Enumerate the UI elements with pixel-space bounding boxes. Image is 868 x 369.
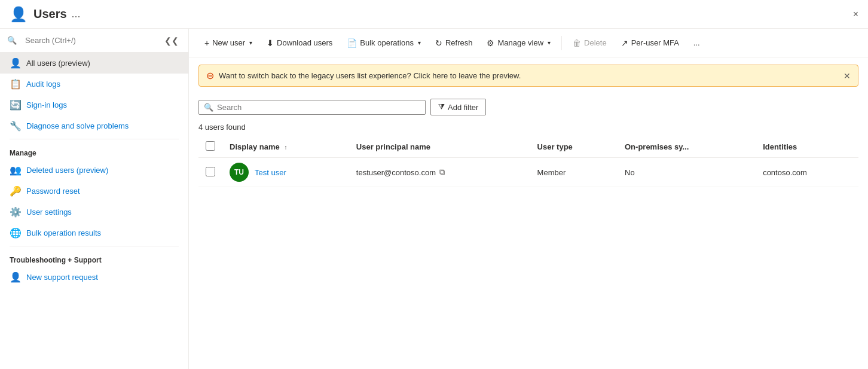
nav-label-user-settings: User settings bbox=[26, 208, 72, 216]
bulk-operations-button[interactable]: 📄 Bulk operations ▾ bbox=[341, 35, 427, 51]
per-user-mfa-button[interactable]: ↗ Per-user MFA bbox=[615, 35, 685, 51]
nav-icon-bulk-results: 🌐 bbox=[10, 227, 20, 239]
sort-icon: ↑ bbox=[284, 144, 287, 151]
search-input[interactable] bbox=[217, 103, 420, 112]
toolbar-separator bbox=[561, 36, 562, 50]
nav-label-new-support: New support request bbox=[26, 273, 98, 282]
th-user-type[interactable]: User type bbox=[530, 136, 618, 158]
row-checkbox-cell bbox=[198, 158, 222, 187]
nav-label-all-users: All users (preview) bbox=[26, 59, 90, 68]
search-icon: 🔍 bbox=[204, 103, 213, 112]
nav-icon-password-reset: 🔑 bbox=[10, 185, 20, 197]
nav-label-deleted-users: Deleted users (preview) bbox=[26, 166, 108, 175]
th-on-premises[interactable]: On-premises sy... bbox=[618, 136, 756, 158]
sidebar-item-audit-logs[interactable]: 📋 Audit logs bbox=[0, 74, 188, 94]
refresh-button[interactable]: ↻ Refresh bbox=[429, 35, 479, 51]
banner-text[interactable]: Want to switch back to the legacy users … bbox=[219, 71, 839, 80]
sidebar-divider-manage bbox=[10, 139, 179, 139]
main-layout: 🔍 ❮❮ 👤 All users (preview)📋 Audit logs🔄 … bbox=[0, 29, 868, 369]
sidebar-item-all-users[interactable]: 👤 All users (preview) bbox=[0, 53, 188, 74]
sidebar-collapse-button[interactable]: ❮❮ bbox=[162, 35, 181, 47]
download-users-button[interactable]: ⬇ Download users bbox=[261, 35, 338, 51]
sidebar-item-sign-in-logs[interactable]: 🔄 Sign-in logs bbox=[0, 94, 188, 115]
sidebar-item-user-settings[interactable]: ⚙️ User settings bbox=[0, 202, 188, 222]
warning-icon: ⊖ bbox=[206, 70, 214, 81]
sidebar-search-area: 🔍 ❮❮ bbox=[0, 29, 188, 53]
sidebar-item-password-reset[interactable]: 🔑 Password reset bbox=[0, 181, 188, 202]
banner-close-button[interactable]: ✕ bbox=[843, 71, 851, 81]
search-area: 🔍 ⧩ Add filter bbox=[189, 94, 868, 120]
external-link-icon: ↗ bbox=[621, 38, 628, 48]
preview-banner: ⊖ Want to switch back to the legacy user… bbox=[198, 65, 858, 87]
delete-button[interactable]: 🗑 Delete bbox=[567, 35, 613, 51]
manage-section-label: Manage bbox=[0, 142, 188, 160]
user-link[interactable]: Test user bbox=[255, 168, 286, 177]
nav-icon-sign-in-logs: 🔄 bbox=[10, 99, 20, 111]
bulk-icon: 📄 bbox=[347, 38, 357, 48]
row-display-name-cell: TU Test user bbox=[222, 158, 349, 187]
nav-label-bulk-results: Bulk operation results bbox=[26, 228, 101, 237]
add-filter-button[interactable]: ⧩ Add filter bbox=[430, 99, 486, 115]
sidebar: 🔍 ❮❮ 👤 All users (preview)📋 Audit logs🔄 … bbox=[0, 29, 189, 369]
nav-label-sign-in-logs: Sign-in logs bbox=[26, 100, 67, 109]
select-all-checkbox[interactable] bbox=[206, 141, 215, 151]
topbar-ellipsis[interactable]: ... bbox=[72, 8, 81, 20]
content-area: + New user ▾ ⬇ Download users 📄 Bulk ope… bbox=[189, 29, 868, 369]
plus-icon: + bbox=[204, 38, 209, 48]
th-display-name[interactable]: Display name ↑ bbox=[222, 136, 349, 158]
nav-icon-user-settings: ⚙️ bbox=[10, 206, 20, 218]
nav-label-audit-logs: Audit logs bbox=[26, 80, 60, 89]
new-user-chevron-icon: ▾ bbox=[249, 39, 252, 46]
trash-icon: 🗑 bbox=[573, 38, 581, 48]
row-on-premises-cell: No bbox=[618, 158, 756, 187]
nav-icon-audit-logs: 📋 bbox=[10, 78, 20, 90]
users-table: Display name ↑ User principal name User … bbox=[198, 136, 858, 187]
nav-label-diagnose: Diagnose and solve problems bbox=[26, 121, 129, 130]
nav-icon-deleted-users: 👥 bbox=[10, 164, 20, 176]
top-bar: 👤 Users ... × bbox=[0, 0, 868, 29]
th-identities[interactable]: Identities bbox=[756, 136, 858, 158]
gear-icon: ⚙ bbox=[487, 38, 494, 48]
manage-view-chevron-icon: ▾ bbox=[548, 39, 551, 46]
table-container: Display name ↑ User principal name User … bbox=[189, 136, 868, 369]
sidebar-divider-troubleshooting bbox=[10, 246, 179, 246]
row-identities-cell: contoso.com bbox=[756, 158, 858, 187]
copy-icon[interactable]: ⧉ bbox=[439, 167, 445, 177]
search-icon: 🔍 bbox=[7, 36, 17, 45]
close-button[interactable]: × bbox=[853, 9, 858, 20]
more-button[interactable]: ... bbox=[687, 35, 706, 50]
sidebar-nav: 👤 All users (preview)📋 Audit logs🔄 Sign-… bbox=[0, 53, 188, 369]
manage-view-button[interactable]: ⚙ Manage view ▾ bbox=[481, 35, 557, 51]
download-icon: ⬇ bbox=[267, 38, 274, 48]
nav-label-password-reset: Password reset bbox=[26, 187, 80, 196]
nav-icon-new-support: 👤 bbox=[10, 272, 20, 283]
users-icon: 👤 bbox=[10, 6, 27, 23]
table-header: Display name ↑ User principal name User … bbox=[198, 136, 858, 158]
refresh-icon: ↻ bbox=[435, 38, 442, 48]
sidebar-search-input[interactable] bbox=[20, 33, 158, 47]
th-upn[interactable]: User principal name bbox=[349, 136, 530, 158]
bulk-operations-chevron-icon: ▾ bbox=[418, 39, 421, 46]
search-box: 🔍 bbox=[198, 100, 426, 115]
new-user-button[interactable]: + New user ▾ bbox=[198, 35, 258, 51]
sidebar-item-bulk-results[interactable]: 🌐 Bulk operation results bbox=[0, 222, 188, 243]
sidebar-item-new-support[interactable]: 👤 New support request bbox=[0, 267, 188, 288]
toolbar: + New user ▾ ⬇ Download users 📄 Bulk ope… bbox=[189, 29, 868, 57]
row-user-type-cell: Member bbox=[530, 158, 618, 187]
results-count: 4 users found bbox=[189, 120, 868, 136]
filter-icon: ⧩ bbox=[438, 102, 445, 112]
nav-icon-diagnose: 🔧 bbox=[10, 120, 20, 132]
table-row: TU Test user testuser@contoso.com ⧉ Memb… bbox=[198, 158, 858, 187]
sidebar-item-deleted-users[interactable]: 👥 Deleted users (preview) bbox=[0, 160, 188, 181]
user-email: testuser@contoso.com bbox=[356, 168, 436, 177]
table-body: TU Test user testuser@contoso.com ⧉ Memb… bbox=[198, 158, 858, 187]
row-checkbox[interactable] bbox=[206, 167, 215, 176]
page-title: Users bbox=[33, 7, 67, 21]
user-avatar: TU bbox=[230, 163, 249, 182]
row-upn-cell: testuser@contoso.com ⧉ bbox=[349, 158, 530, 187]
troubleshooting-section-label: Troubleshooting + Support bbox=[0, 249, 188, 267]
sidebar-item-diagnose[interactable]: 🔧 Diagnose and solve problems bbox=[0, 115, 188, 136]
th-checkbox bbox=[198, 136, 222, 158]
nav-icon-all-users: 👤 bbox=[10, 57, 20, 69]
